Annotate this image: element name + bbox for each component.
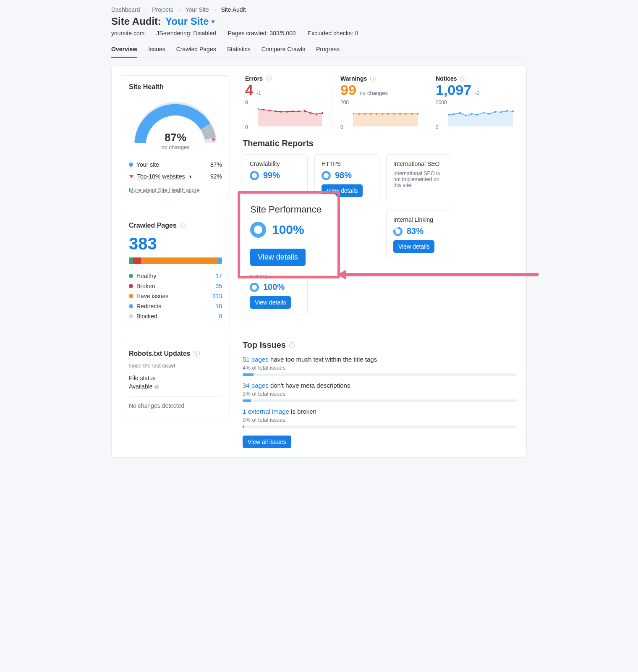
your-site-label: Your site [136,161,159,168]
redirects-label: Redirects [136,303,161,310]
info-icon[interactable]: i [460,76,466,81]
top10-link[interactable]: Top-10% websites [137,173,185,180]
warnings-label: Warnings [340,75,367,82]
tab-progress[interactable]: Progress [316,42,340,58]
notices-delta: -2 [475,90,480,96]
theme-pct: 83% [407,226,424,236]
donut-icon [250,222,266,238]
theme-title: International SEO [393,160,444,167]
excluded-checks-link[interactable]: 8 [355,30,358,37]
view-details-button[interactable]: View details [250,296,291,309]
warnings-stat[interactable]: Warningsi 99no changes 2000 [332,75,423,128]
top10-value: 92% [210,173,222,180]
svg-point-29 [453,113,455,115]
notices-stat[interactable]: Noticesi 1,097-2 20000 [427,75,518,128]
svg-point-26 [417,113,418,115]
donut-icon [250,283,259,292]
issues-label: Have issues [136,293,168,299]
svg-point-22 [393,113,395,115]
site-health-card: Site Health 87% no changes [121,75,230,201]
top-issue-row[interactable]: 1 external image is broken 0% of total i… [243,408,517,428]
dot-icon [129,284,133,288]
svg-point-13 [322,112,323,114]
dot-icon [129,304,133,308]
svg-marker-14 [353,114,418,126]
info-icon[interactable]: i [180,223,186,228]
info-icon[interactable]: i [266,76,272,81]
svg-point-8 [292,110,294,112]
issue-link[interactable]: 34 pages [243,382,269,389]
donut-icon [322,171,331,180]
svg-point-19 [376,113,377,115]
top-issue-row[interactable]: 34 pages don't have meta descriptions 3%… [243,382,517,402]
issue-bar [243,373,517,376]
triangle-down-icon [129,175,134,178]
issues-value[interactable]: 313 [212,293,222,299]
view-details-button[interactable]: View details [250,249,306,266]
issue-link[interactable]: 1 external image [243,408,289,415]
tab-statistics[interactable]: Statistics [227,42,251,58]
robots-title: Robots.txt Updates [129,350,191,357]
theme-international-seo[interactable]: International SEO International SEO is n… [386,154,451,203]
top-issue-row[interactable]: 51 pages have too much text within the t… [243,356,517,376]
blocked-value[interactable]: 0 [219,313,222,320]
broken-value[interactable]: 35 [215,283,222,289]
more-about-link[interactable]: More about Site Health score [129,187,199,193]
svg-point-23 [399,113,401,115]
donut-icon [250,171,259,180]
chevron-down-icon[interactable]: ▾ [189,174,192,179]
svg-point-18 [370,113,371,115]
domain-label: yoursite.com [111,30,144,37]
health-percentage: 87% [131,131,220,144]
tab-overview[interactable]: Overview [111,42,137,58]
theme-site-performance[interactable]: Site Performance 100% View details [241,194,337,276]
svg-point-37 [500,111,502,113]
crumb-dashboard[interactable]: Dashboard [111,6,140,13]
crumb-projects[interactable]: Projects [152,6,173,13]
view-all-issues-button[interactable]: View all issues [243,436,291,448]
robots-card: Robots.txt Updates i since the last craw… [121,342,230,417]
site-selector[interactable]: Your Site ▾ [165,16,214,27]
redirects-value[interactable]: 18 [215,303,222,310]
issue-text: don't have meta descriptions [269,382,350,389]
healthy-value[interactable]: 17 [215,273,222,279]
crumb-your-site[interactable]: Your Site [185,6,209,13]
info-icon[interactable]: i [289,342,295,348]
excluded-checks: Excluded checks: 8 [308,30,358,37]
chevron-right-icon: › [178,6,180,13]
info-icon[interactable]: i [194,351,200,357]
svg-point-20 [382,113,383,115]
svg-point-31 [465,115,467,116]
svg-point-6 [280,111,282,113]
crawled-total: 383 [129,234,222,253]
svg-point-35 [489,113,490,115]
thematic-heading: Thematic Reports [243,139,517,148]
tab-crawled-pages[interactable]: Crawled Pages [176,42,216,58]
tab-compare-crawls[interactable]: Compare Crawls [261,42,305,58]
notices-label: Notices [436,75,457,82]
issue-text: is broken [289,408,316,415]
info-icon[interactable]: i [370,76,376,81]
theme-internal-linking[interactable]: Internal Linking 83% View details [386,210,451,259]
crawled-pages-card: Crawled Pages i 383 Healthy17 Broken35 H… [121,214,230,329]
external-link-icon[interactable]: ⧉ [154,383,159,390]
issue-sub: 4% of total issues [243,365,517,371]
theme-title: Crawlability [250,160,301,167]
svg-point-9 [298,110,300,112]
file-status-label: File status [129,375,222,381]
svg-point-32 [471,113,473,115]
chevron-down-icon: ▾ [212,18,214,25]
errors-stat[interactable]: Errorsi 4-1 80 [243,75,327,128]
crawled-bar [129,257,222,264]
robots-sub: since the last crawl [129,362,222,369]
top-issues-heading: Top Issues [243,340,286,350]
stats-row: Errorsi 4-1 80 Warningsi 99no changes 20… [243,75,517,128]
breadcrumb: Dashboard › Projects › Your Site › Site … [111,6,527,13]
issue-text: have too much text within the title tags [269,356,377,363]
notices-value: 1,097 [436,82,471,98]
view-details-button[interactable]: View details [393,240,434,253]
file-status-value: Available⧉ [129,383,222,390]
errors-label: Errors [245,75,263,82]
tab-issues[interactable]: Issues [148,42,165,58]
issue-link[interactable]: 51 pages [243,356,269,363]
